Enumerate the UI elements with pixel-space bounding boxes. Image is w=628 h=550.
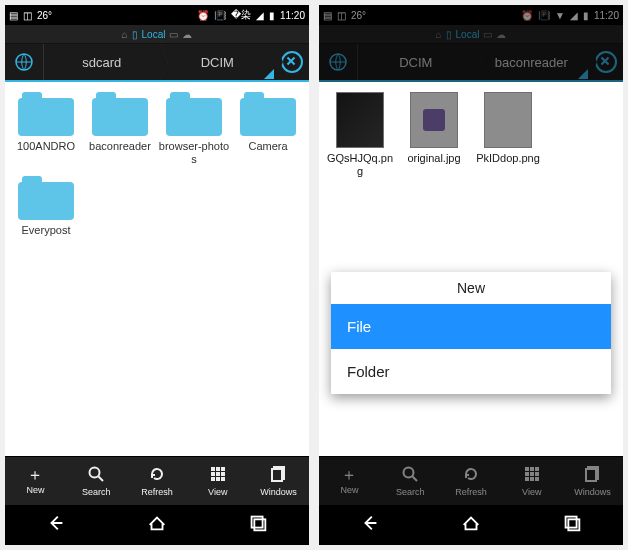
notif-icon-2: ◫	[337, 10, 346, 21]
notif-icon-2: ◫	[23, 10, 32, 21]
recent-button[interactable]	[247, 512, 269, 538]
home-button[interactable]	[146, 512, 168, 538]
svg-rect-20	[530, 467, 534, 471]
search-icon	[88, 466, 104, 485]
status-bar: ▤ ◫ 26° ⏰ 📳 �染 ◢ ▮ 11:20	[5, 5, 309, 25]
windows-icon	[585, 466, 601, 485]
home-icon: ⌂	[122, 29, 128, 40]
windows-button[interactable]: Windows	[562, 457, 623, 505]
file-grid[interactable]: GQsHJQq.png original.jpg PkIDdop.png New…	[319, 82, 623, 456]
notif-icon: ▤	[9, 10, 18, 21]
folder-item[interactable]: 100ANDRO	[10, 92, 82, 166]
path-seg-1[interactable]: baconreader	[474, 44, 590, 80]
close-icon	[281, 51, 303, 73]
svg-rect-21	[535, 467, 539, 471]
svg-line-18	[413, 476, 418, 481]
home-button[interactable]	[460, 512, 482, 538]
folder-item[interactable]: browser-photos	[158, 92, 230, 166]
path-seg-1[interactable]: DCIM	[160, 44, 276, 80]
new-button[interactable]: ＋New	[319, 457, 380, 505]
file-grid[interactable]: 100ANDRO baconreader browser-photos Came…	[5, 82, 309, 456]
folder-item[interactable]: baconreader	[84, 92, 156, 166]
globe-button[interactable]	[5, 44, 44, 80]
item-label: 100ANDRO	[17, 140, 75, 166]
path-label: sdcard	[82, 55, 121, 70]
alarm-icon: ⏰	[197, 10, 209, 21]
bottom-toolbar: ＋New Search Refresh View Windows	[319, 456, 623, 505]
svg-rect-30	[566, 517, 577, 528]
wifi-icon: ▼	[555, 10, 565, 21]
svg-point-17	[404, 467, 414, 477]
file-thumbnail	[410, 92, 458, 148]
file-item[interactable]: GQsHJQq.png	[324, 92, 396, 178]
search-icon	[402, 466, 418, 485]
location-label: Local	[456, 29, 480, 40]
battery-icon: ▮	[583, 10, 589, 21]
wifi-icon: �染	[231, 8, 251, 22]
clock-label: 11:20	[594, 10, 619, 21]
file-item[interactable]: original.jpg	[398, 92, 470, 178]
bottom-toolbar: ＋New Search Refresh View Windows	[5, 456, 309, 505]
path-bar: DCIM baconreader	[319, 44, 623, 82]
folder-icon	[166, 92, 222, 136]
folder-icon	[240, 92, 296, 136]
location-bar[interactable]: ⌂ ▯ Local ▭ ☁	[5, 25, 309, 44]
back-button[interactable]	[45, 512, 67, 538]
file-item[interactable]: PkIDdop.png	[472, 92, 544, 178]
dialog-title: New	[331, 272, 611, 304]
sd-icon: ▭	[483, 29, 492, 40]
status-bar: ▤ ◫ 26° ⏰ 📳 ▼ ◢ ▮ 11:20	[319, 5, 623, 25]
folder-icon	[18, 176, 74, 220]
globe-button[interactable]	[319, 44, 358, 80]
search-button[interactable]: Search	[380, 457, 441, 505]
dialog-option-folder[interactable]: Folder	[331, 349, 611, 394]
path-seg-0[interactable]: sdcard	[44, 44, 160, 80]
tb-label: Windows	[574, 487, 611, 497]
folder-icon	[92, 92, 148, 136]
vibrate-icon: 📳	[538, 10, 550, 21]
back-button[interactable]	[359, 512, 381, 538]
svg-rect-9	[211, 477, 215, 481]
temp-label: 26°	[37, 10, 52, 21]
folder-item[interactable]: Everypost	[10, 176, 82, 250]
path-label: DCIM	[201, 55, 234, 70]
clock-label: 11:20	[280, 10, 305, 21]
tb-label: View	[208, 487, 227, 497]
location-bar[interactable]: ⌂ ▯ Local ▭ ☁	[319, 25, 623, 44]
view-button[interactable]: View	[187, 457, 248, 505]
tb-label: Refresh	[141, 487, 173, 497]
item-label: browser-photos	[158, 140, 230, 166]
svg-rect-3	[211, 467, 215, 471]
signal-icon: ◢	[570, 10, 578, 21]
refresh-icon	[149, 466, 165, 485]
svg-line-2	[99, 476, 104, 481]
expand-indicator-icon	[264, 69, 274, 79]
new-button[interactable]: ＋New	[5, 457, 66, 505]
svg-rect-5	[221, 467, 225, 471]
item-label: baconreader	[89, 140, 151, 166]
path-seg-0[interactable]: DCIM	[358, 44, 474, 80]
search-button[interactable]: Search	[66, 457, 127, 505]
sd-icon: ▭	[169, 29, 178, 40]
tb-label: Search	[396, 487, 425, 497]
refresh-button[interactable]: Refresh	[441, 457, 502, 505]
recent-button[interactable]	[561, 512, 583, 538]
refresh-button[interactable]: Refresh	[127, 457, 188, 505]
view-button[interactable]: View	[501, 457, 562, 505]
signal-icon: ◢	[256, 10, 264, 21]
battery-icon: ▮	[269, 10, 275, 21]
new-dialog: New File Folder	[331, 272, 611, 394]
device-icon: ▯	[132, 29, 138, 40]
path-label: DCIM	[399, 55, 432, 70]
svg-rect-25	[525, 477, 529, 481]
dialog-option-file[interactable]: File	[331, 304, 611, 349]
item-label: GQsHJQq.png	[324, 152, 396, 178]
windows-button[interactable]: Windows	[248, 457, 309, 505]
cloud-icon: ☁	[496, 29, 506, 40]
phone-left: ▤ ◫ 26° ⏰ 📳 �染 ◢ ▮ 11:20 ⌂ ▯ Local ▭ ☁ s…	[5, 5, 309, 545]
refresh-icon	[463, 466, 479, 485]
folder-item[interactable]: Camera	[232, 92, 304, 166]
svg-rect-22	[525, 472, 529, 476]
phone-right: ▤ ◫ 26° ⏰ 📳 ▼ ◢ ▮ 11:20 ⌂ ▯ Local ▭ ☁ DC…	[319, 5, 623, 545]
svg-rect-26	[530, 477, 534, 481]
